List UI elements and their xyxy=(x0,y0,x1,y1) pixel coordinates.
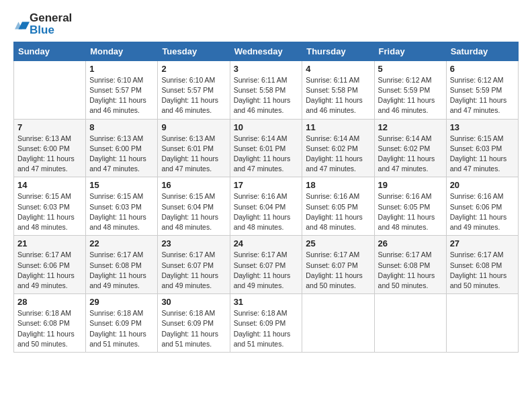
day-cell xyxy=(14,60,86,119)
day-info: Sunrise: 6:18 AMSunset: 6:09 PMDaylight:… xyxy=(89,308,154,349)
day-cell: 4Sunrise: 6:11 AMSunset: 5:58 PMDaylight… xyxy=(302,60,374,119)
day-info: Sunrise: 6:17 AMSunset: 6:08 PMDaylight:… xyxy=(450,250,515,291)
day-number: 27 xyxy=(450,238,515,248)
day-cell: 24Sunrise: 6:17 AMSunset: 6:07 PMDayligh… xyxy=(230,236,302,294)
col-header-friday: Friday xyxy=(374,42,446,60)
day-number: 24 xyxy=(234,238,299,248)
day-cell: 16Sunrise: 6:15 AMSunset: 6:04 PMDayligh… xyxy=(158,177,230,236)
day-info: Sunrise: 6:10 AMSunset: 5:57 PMDaylight:… xyxy=(161,75,226,116)
day-info: Sunrise: 6:16 AMSunset: 6:06 PMDaylight:… xyxy=(450,191,515,232)
day-number: 25 xyxy=(306,238,370,248)
day-number: 10 xyxy=(234,122,299,132)
day-cell: 11Sunrise: 6:14 AMSunset: 6:02 PMDayligh… xyxy=(302,119,374,177)
day-number: 1 xyxy=(89,64,154,74)
day-number: 7 xyxy=(17,122,82,132)
day-cell: 17Sunrise: 6:16 AMSunset: 6:04 PMDayligh… xyxy=(230,177,302,236)
col-header-tuesday: Tuesday xyxy=(158,42,230,60)
day-number: 13 xyxy=(450,122,515,132)
week-row-3: 14Sunrise: 6:15 AMSunset: 6:03 PMDayligh… xyxy=(14,177,519,236)
day-cell: 1Sunrise: 6:10 AMSunset: 5:57 PMDaylight… xyxy=(86,60,158,119)
day-number: 8 xyxy=(89,122,154,132)
week-row-1: 1Sunrise: 6:10 AMSunset: 5:57 PMDaylight… xyxy=(14,60,519,119)
day-cell: 3Sunrise: 6:11 AMSunset: 5:58 PMDaylight… xyxy=(230,60,302,119)
day-cell: 20Sunrise: 6:16 AMSunset: 6:06 PMDayligh… xyxy=(446,177,518,236)
col-header-sunday: Sunday xyxy=(14,42,86,60)
day-info: Sunrise: 6:14 AMSunset: 6:02 PMDaylight:… xyxy=(378,134,443,175)
day-info: Sunrise: 6:16 AMSunset: 6:05 PMDaylight:… xyxy=(378,191,443,232)
day-cell: 13Sunrise: 6:15 AMSunset: 6:03 PMDayligh… xyxy=(446,119,518,177)
logo-general: General xyxy=(30,11,72,24)
day-cell xyxy=(446,294,518,353)
day-cell: 15Sunrise: 6:15 AMSunset: 6:03 PMDayligh… xyxy=(86,177,158,236)
week-row-2: 7Sunrise: 6:13 AMSunset: 6:00 PMDaylight… xyxy=(14,119,519,177)
day-info: Sunrise: 6:17 AMSunset: 6:07 PMDaylight:… xyxy=(234,250,299,291)
col-header-wednesday: Wednesday xyxy=(230,42,302,60)
day-cell: 27Sunrise: 6:17 AMSunset: 6:08 PMDayligh… xyxy=(446,236,518,294)
day-cell: 5Sunrise: 6:12 AMSunset: 5:59 PMDaylight… xyxy=(374,60,446,119)
day-info: Sunrise: 6:13 AMSunset: 6:00 PMDaylight:… xyxy=(17,134,82,175)
day-cell: 31Sunrise: 6:18 AMSunset: 6:09 PMDayligh… xyxy=(230,294,302,353)
logo-blue: Blue xyxy=(30,24,54,36)
day-cell: 9Sunrise: 6:13 AMSunset: 6:01 PMDaylight… xyxy=(158,119,230,177)
day-info: Sunrise: 6:11 AMSunset: 5:58 PMDaylight:… xyxy=(306,75,370,116)
day-number: 18 xyxy=(306,180,370,190)
day-number: 21 xyxy=(17,238,82,248)
day-number: 9 xyxy=(161,122,226,132)
day-cell: 25Sunrise: 6:17 AMSunset: 6:07 PMDayligh… xyxy=(302,236,374,294)
day-number: 31 xyxy=(234,297,299,307)
day-cell: 6Sunrise: 6:12 AMSunset: 5:59 PMDaylight… xyxy=(446,60,518,119)
day-number: 4 xyxy=(306,64,370,74)
day-number: 30 xyxy=(161,297,226,307)
day-number: 19 xyxy=(378,180,443,190)
day-info: Sunrise: 6:12 AMSunset: 5:59 PMDaylight:… xyxy=(378,75,443,116)
day-cell xyxy=(302,294,374,353)
day-cell: 2Sunrise: 6:10 AMSunset: 5:57 PMDaylight… xyxy=(158,60,230,119)
day-info: Sunrise: 6:16 AMSunset: 6:05 PMDaylight:… xyxy=(306,191,370,232)
day-info: Sunrise: 6:10 AMSunset: 5:57 PMDaylight:… xyxy=(89,75,154,116)
day-number: 3 xyxy=(234,64,299,74)
calendar-table: SundayMondayTuesdayWednesdayThursdayFrid… xyxy=(13,42,519,353)
day-cell: 8Sunrise: 6:13 AMSunset: 6:00 PMDaylight… xyxy=(86,119,158,177)
day-cell: 7Sunrise: 6:13 AMSunset: 6:00 PMDaylight… xyxy=(14,119,86,177)
day-number: 17 xyxy=(234,180,299,190)
day-number: 29 xyxy=(89,297,154,307)
day-number: 26 xyxy=(378,238,443,248)
day-info: Sunrise: 6:17 AMSunset: 6:07 PMDaylight:… xyxy=(161,250,226,291)
day-info: Sunrise: 6:14 AMSunset: 6:01 PMDaylight:… xyxy=(234,134,299,175)
day-cell: 19Sunrise: 6:16 AMSunset: 6:05 PMDayligh… xyxy=(374,177,446,236)
day-number: 20 xyxy=(450,180,515,190)
day-number: 16 xyxy=(161,180,226,190)
day-info: Sunrise: 6:14 AMSunset: 6:02 PMDaylight:… xyxy=(306,134,370,175)
day-number: 11 xyxy=(306,122,370,132)
day-info: Sunrise: 6:13 AMSunset: 6:00 PMDaylight:… xyxy=(89,134,154,175)
day-number: 5 xyxy=(378,64,443,74)
day-cell: 14Sunrise: 6:15 AMSunset: 6:03 PMDayligh… xyxy=(14,177,86,236)
col-header-monday: Monday xyxy=(86,42,158,60)
day-info: Sunrise: 6:18 AMSunset: 6:09 PMDaylight:… xyxy=(161,308,226,349)
day-info: Sunrise: 6:16 AMSunset: 6:04 PMDaylight:… xyxy=(234,191,299,232)
day-number: 15 xyxy=(89,180,154,190)
day-number: 12 xyxy=(378,122,443,132)
day-info: Sunrise: 6:17 AMSunset: 6:08 PMDaylight:… xyxy=(89,250,154,291)
day-info: Sunrise: 6:12 AMSunset: 5:59 PMDaylight:… xyxy=(450,75,515,116)
day-cell: 28Sunrise: 6:18 AMSunset: 6:08 PMDayligh… xyxy=(14,294,86,353)
day-cell: 18Sunrise: 6:16 AMSunset: 6:05 PMDayligh… xyxy=(302,177,374,236)
day-info: Sunrise: 6:11 AMSunset: 5:58 PMDaylight:… xyxy=(234,75,299,116)
day-number: 6 xyxy=(450,64,515,74)
day-cell: 22Sunrise: 6:17 AMSunset: 6:08 PMDayligh… xyxy=(86,236,158,294)
logo: General Blue xyxy=(13,12,72,36)
week-row-4: 21Sunrise: 6:17 AMSunset: 6:06 PMDayligh… xyxy=(14,236,519,294)
day-info: Sunrise: 6:15 AMSunset: 6:03 PMDaylight:… xyxy=(89,191,154,232)
day-info: Sunrise: 6:18 AMSunset: 6:09 PMDaylight:… xyxy=(234,308,299,349)
day-cell: 30Sunrise: 6:18 AMSunset: 6:09 PMDayligh… xyxy=(158,294,230,353)
day-cell: 10Sunrise: 6:14 AMSunset: 6:01 PMDayligh… xyxy=(230,119,302,177)
col-header-saturday: Saturday xyxy=(446,42,518,60)
day-info: Sunrise: 6:15 AMSunset: 6:04 PMDaylight:… xyxy=(161,191,226,232)
day-number: 2 xyxy=(161,64,226,74)
day-info: Sunrise: 6:18 AMSunset: 6:08 PMDaylight:… xyxy=(17,308,82,349)
day-number: 23 xyxy=(161,238,226,248)
day-cell: 23Sunrise: 6:17 AMSunset: 6:07 PMDayligh… xyxy=(158,236,230,294)
day-info: Sunrise: 6:17 AMSunset: 6:06 PMDaylight:… xyxy=(17,250,82,291)
day-info: Sunrise: 6:17 AMSunset: 6:08 PMDaylight:… xyxy=(378,250,443,291)
day-number: 14 xyxy=(17,180,82,190)
